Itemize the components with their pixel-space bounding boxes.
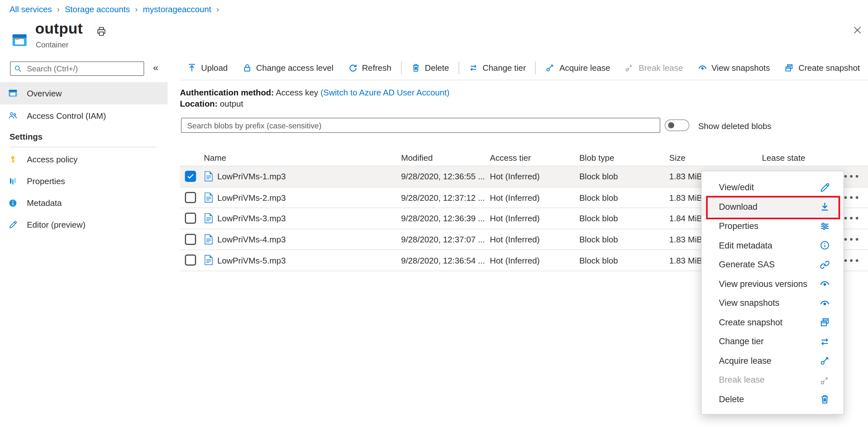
sidebar-section-divider	[10, 147, 156, 147]
key-icon	[8, 155, 17, 164]
context-menu-item-view-edit[interactable]: View/edit	[702, 178, 844, 197]
toolbar-separator	[459, 61, 459, 74]
sliders-icon	[819, 221, 830, 232]
column-header-access-tier[interactable]: Access tier	[490, 153, 531, 162]
command-bar: UploadChange access levelRefreshDeleteCh…	[180, 56, 867, 79]
sidebar-search-input[interactable]	[26, 64, 140, 74]
toolbar-button-change-access-level[interactable]: Change access level	[235, 63, 341, 72]
toolbar-button-delete[interactable]: Delete	[404, 63, 456, 72]
blob-prefix-search[interactable]	[181, 118, 660, 133]
page-title: output	[35, 20, 83, 37]
toolbar-button-label: Acquire lease	[559, 63, 610, 72]
row-checkbox[interactable]	[185, 171, 196, 182]
row-menu-button[interactable]	[843, 234, 859, 244]
toolbar-button-refresh[interactable]: Refresh	[341, 63, 398, 72]
context-menu-item-break-lease: Break lease	[702, 371, 844, 390]
context-menu-item-view-previous-versions[interactable]: View previous versions	[702, 274, 844, 294]
printer-icon[interactable]	[96, 26, 107, 37]
row-checkbox[interactable]	[185, 192, 196, 203]
sidebar-collapse-button[interactable]: «	[153, 63, 158, 74]
column-header-lease-state[interactable]: Lease state	[762, 153, 805, 162]
toolbar-button-change-tier[interactable]: Change tier	[461, 63, 533, 72]
cell-blob-type: Block blob	[579, 172, 618, 181]
row-menu-button[interactable]	[843, 214, 859, 224]
breadcrumb: All services›Storage accounts›mystoragea…	[10, 4, 219, 14]
sidebar-item-access-policy[interactable]: Access policy	[0, 148, 168, 170]
context-menu-item-acquire-lease[interactable]: Acquire lease	[702, 351, 844, 371]
context-menu-item-label: Create snapshot	[719, 317, 782, 327]
sidebar-search[interactable]	[10, 62, 144, 76]
breadcrumb-link-mystorageaccount[interactable]: mystorageaccount	[143, 4, 211, 14]
sidebar-item-label: Access policy	[27, 154, 78, 164]
cell-name[interactable]: LowPriVMs-5.mp3	[217, 255, 286, 265]
context-menu-item-label: Acquire lease	[719, 356, 772, 366]
container-icon	[12, 32, 28, 48]
column-header-name[interactable]: Name	[204, 153, 226, 162]
sidebar-item-label: Metadata	[27, 198, 62, 208]
breadcrumb-link-storage-accounts[interactable]: Storage accounts	[65, 4, 130, 14]
context-menu-item-delete[interactable]: Delete	[702, 390, 844, 409]
location-label: Location:	[180, 99, 218, 108]
row-checkbox[interactable]	[185, 213, 196, 224]
row-checkbox[interactable]	[185, 234, 196, 245]
context-menu-item-create-snapshot[interactable]: Create snapshot	[702, 313, 844, 332]
row-checkbox[interactable]	[185, 254, 196, 266]
sidebar-item-metadata[interactable]: Metadata	[0, 192, 168, 214]
lease-break-icon	[819, 375, 830, 385]
show-deleted-blobs-toggle[interactable]	[665, 119, 689, 131]
cell-access-tier: Hot (Inferred)	[490, 172, 539, 181]
cell-size: 1.83 MiB	[669, 172, 702, 181]
file-icon	[205, 234, 213, 245]
snapshot-icon	[819, 317, 830, 328]
sidebar-item-properties[interactable]: Properties	[0, 170, 168, 192]
breadcrumb-separator: ›	[57, 4, 60, 14]
context-menu-item-change-tier[interactable]: Change tier	[702, 332, 844, 351]
toolbar-button-create-snapshot[interactable]: Create snapshot	[777, 63, 867, 72]
sidebar-item-overview[interactable]: Overview	[0, 82, 168, 104]
authentication-method-line: Authentication method: Access key (Switc…	[180, 88, 450, 97]
close-icon[interactable]	[853, 26, 862, 35]
context-menu-item-download[interactable]: Download	[702, 197, 844, 216]
context-menu-item-edit-metadata[interactable]: Edit metadata	[702, 236, 844, 255]
cell-name[interactable]: LowPriVMs-1.mp3	[217, 172, 286, 181]
blob-prefix-search-input[interactable]	[181, 121, 660, 130]
toolbar-button-break-lease: Break lease	[617, 63, 690, 72]
location-value: output	[220, 99, 243, 108]
column-header-modified[interactable]: Modified	[401, 153, 433, 162]
context-menu-item-view-snapshots[interactable]: View snapshots	[702, 294, 844, 313]
context-menu-item-generate-sas[interactable]: Generate SAS	[702, 255, 844, 274]
context-menu-item-label: Properties	[719, 221, 758, 231]
toolbar-button-view-snapshots[interactable]: View snapshots	[690, 63, 777, 72]
cell-modified: 9/28/2020, 12:36:39 ...	[401, 214, 485, 223]
lease-icon	[546, 63, 555, 72]
cell-modified: 9/28/2020, 12:37:12 ...	[401, 193, 485, 202]
sidebar-item-editor-preview[interactable]: Editor (preview)	[0, 214, 168, 235]
snapshot-icon	[784, 63, 794, 72]
people-icon	[8, 111, 17, 120]
toolbar-button-upload[interactable]: Upload	[180, 63, 235, 72]
cell-size: 1.83 MiB	[669, 193, 702, 202]
cell-size: 1.84 MiB	[669, 214, 702, 223]
switch-account-link[interactable]: (Switch to Azure AD User Account)	[320, 88, 450, 97]
sidebar-item-access-control-iam[interactable]: Access Control (IAM)	[0, 104, 168, 127]
context-menu-item-properties[interactable]: Properties	[702, 216, 844, 236]
page-subtitle: Container	[36, 41, 69, 49]
toolbar-separator	[401, 61, 401, 74]
cell-modified: 9/28/2020, 12:36:55 ...	[401, 172, 485, 181]
column-header-blob-type[interactable]: Blob type	[579, 153, 614, 162]
toolbar-separator	[535, 61, 536, 74]
file-icon	[205, 254, 213, 266]
toolbar-button-acquire-lease[interactable]: Acquire lease	[538, 63, 617, 72]
column-header-size[interactable]: Size	[669, 153, 686, 162]
cell-name[interactable]: LowPriVMs-2.mp3	[217, 193, 286, 202]
cell-name[interactable]: LowPriVMs-4.mp3	[217, 235, 286, 244]
cell-size: 1.83 MiB	[669, 255, 702, 265]
breadcrumb-link-all-services[interactable]: All services	[10, 4, 52, 14]
cell-name[interactable]: LowPriVMs-3.mp3	[217, 214, 286, 223]
row-menu-button[interactable]	[843, 255, 859, 266]
row-menu-button[interactable]	[843, 172, 859, 181]
context-menu-item-label: Edit metadata	[719, 240, 773, 250]
cell-modified: 9/28/2020, 12:37:07 ...	[401, 235, 485, 244]
row-menu-button[interactable]	[843, 193, 859, 202]
trash-icon	[411, 63, 421, 72]
